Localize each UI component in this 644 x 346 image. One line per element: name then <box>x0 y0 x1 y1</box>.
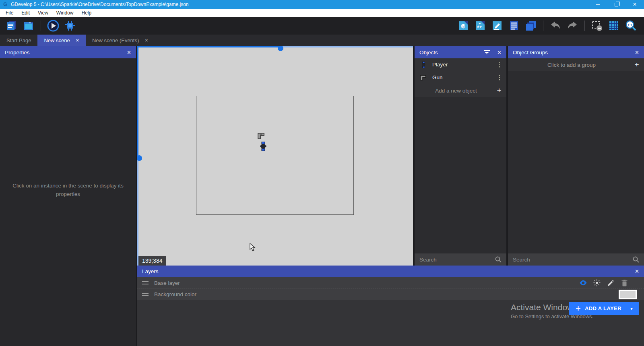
toolbar-right-group: 1:1 <box>455 19 644 32</box>
canvas-vertical-scrollbar[interactable] <box>137 46 138 266</box>
tab-start-page[interactable]: Start Page <box>0 35 37 46</box>
player-instance[interactable] <box>260 142 266 152</box>
toolbar: 1:1 <box>0 17 644 35</box>
object-groups-search-bar <box>508 253 644 266</box>
add-object-plus-icon[interactable]: + <box>492 86 506 95</box>
layer-name: Background color <box>154 291 619 297</box>
gun-instance[interactable] <box>258 132 265 141</box>
menu-file[interactable]: File <box>2 9 17 17</box>
toolbar-separator <box>584 21 585 31</box>
add-object-row[interactable]: Add a new object + <box>415 84 506 97</box>
debug-button[interactable] <box>64 19 76 32</box>
layer-visibility-toggle[interactable] <box>580 279 587 286</box>
open-properties-button[interactable] <box>491 19 504 32</box>
close-panel-icon[interactable]: ✕ <box>497 49 502 56</box>
tab-new-scene[interactable]: New scene ✕ <box>37 35 86 46</box>
canvas-horizontal-scrollbar[interactable] <box>137 46 413 47</box>
properties-panel-body: Click on an instance in the scene to dis… <box>0 58 136 346</box>
object-groups-panel: Object Groups ✕ Click to add a group + <box>508 46 644 266</box>
open-object-groups-button[interactable] <box>474 19 487 32</box>
debug-icon <box>64 20 76 32</box>
chevron-down-icon[interactable]: ▾ <box>630 306 633 311</box>
add-group-row[interactable]: Click to add a group + <box>508 58 644 71</box>
drag-handle-icon[interactable] <box>142 293 149 296</box>
add-layer-button[interactable]: + ADD A LAYER ▾ <box>569 302 639 315</box>
gdevelop-logo-icon: G <box>2 2 8 7</box>
cursor-coordinates-badge: 139;384 <box>138 256 166 266</box>
start-page-icon <box>23 20 34 31</box>
play-icon <box>47 19 60 32</box>
layers-panel-header: Layers ✕ <box>137 266 644 277</box>
objects-editor-icon <box>458 20 469 31</box>
object-menu-icon[interactable]: ⋮ <box>493 74 506 81</box>
minimize-icon <box>596 4 600 5</box>
add-group-label: Click to add a group <box>508 62 630 68</box>
object-groups-empty-space <box>508 71 644 253</box>
layer-row-base[interactable]: Base layer <box>137 277 644 288</box>
top-row: 139;384 Objects ✕ <box>137 46 644 266</box>
zoom-original-button[interactable]: 1:1 <box>624 19 637 32</box>
drag-handle-icon[interactable] <box>142 281 149 284</box>
scrollbar-handle[interactable] <box>137 155 142 161</box>
object-groups-panel-header: Object Groups ✕ <box>508 46 644 58</box>
layer-effects-button[interactable] <box>593 279 601 286</box>
tab-label: New scene (Events) <box>92 37 139 43</box>
search-icon <box>495 256 502 263</box>
undo-button[interactable] <box>549 19 562 32</box>
menu-help[interactable]: Help <box>78 9 96 17</box>
objects-search-input[interactable] <box>419 257 495 263</box>
object-groups-search-input[interactable] <box>513 257 633 263</box>
deselect-icon <box>591 20 603 32</box>
title-bar: G GDevelop 5 - C:\Users\Sparkle\OneDrive… <box>0 0 644 9</box>
minimize-button[interactable] <box>588 0 607 9</box>
tab-close-icon[interactable]: ✕ <box>144 38 148 43</box>
object-row-gun[interactable]: Gun ⋮ <box>415 71 506 84</box>
filter-icon[interactable] <box>484 50 490 55</box>
effects-icon <box>593 279 601 286</box>
layer-row-background[interactable]: Background color <box>137 288 644 300</box>
object-row-player[interactable]: Player ⋮ <box>415 58 506 71</box>
play-preview-button[interactable] <box>47 19 60 32</box>
tab-close-icon[interactable]: ✕ <box>76 38 79 43</box>
clear-selection-button[interactable] <box>590 19 603 32</box>
properties-panel: Properties ✕ Click on an instance in the… <box>0 46 136 346</box>
objects-panel-empty-space <box>415 97 506 253</box>
open-objects-editor-button[interactable] <box>457 19 470 32</box>
menu-window[interactable]: Window <box>52 9 78 17</box>
svg-text:1:1: 1:1 <box>627 23 632 27</box>
layers-panel-footer: Activate Windows Go to Settings to activ… <box>137 300 644 346</box>
layer-delete-button[interactable] <box>621 279 628 286</box>
restore-button[interactable] <box>607 0 625 9</box>
grid-icon <box>608 20 619 31</box>
open-instances-list-button[interactable] <box>508 19 520 32</box>
mouse-cursor <box>250 243 256 253</box>
trash-icon <box>621 280 627 286</box>
eye-icon <box>580 280 587 286</box>
menu-edit[interactable]: Edit <box>17 9 34 17</box>
object-menu-icon[interactable]: ⋮ <box>493 61 506 68</box>
objects-search-bar <box>415 253 506 266</box>
open-layers-editor-button[interactable] <box>524 19 537 32</box>
project-manager-button[interactable] <box>5 19 18 32</box>
scrollbar-handle[interactable] <box>278 46 283 51</box>
tab-new-scene-events[interactable]: New scene (Events) ✕ <box>86 35 155 46</box>
gun-thumbnail-icon <box>415 74 432 81</box>
close-button[interactable]: ✕ <box>625 0 644 9</box>
close-panel-icon[interactable]: ✕ <box>127 49 131 56</box>
background-color-swatch[interactable] <box>619 290 637 299</box>
menu-bar: File Edit View Window Help <box>0 9 644 17</box>
close-panel-icon[interactable]: ✕ <box>635 49 639 56</box>
menu-view[interactable]: View <box>34 9 52 17</box>
undo-icon <box>549 21 561 31</box>
add-group-plus-icon[interactable]: + <box>630 60 644 69</box>
start-page-button[interactable] <box>22 19 35 32</box>
scene-properties-icon <box>491 20 503 31</box>
scene-canvas[interactable]: 139;384 <box>137 46 413 266</box>
close-panel-icon[interactable]: ✕ <box>635 268 639 274</box>
toggle-grid-button[interactable] <box>607 19 620 32</box>
redo-button[interactable] <box>566 19 579 32</box>
layer-edit-button[interactable] <box>607 279 614 286</box>
instances-list-icon <box>508 20 520 31</box>
zoom-1-1-icon: 1:1 <box>625 20 637 32</box>
toolbar-left-group <box>0 19 78 32</box>
